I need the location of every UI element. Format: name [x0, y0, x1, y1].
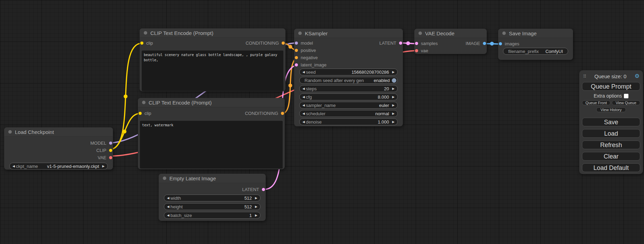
decrement-arrow-icon[interactable]: ◀: [300, 104, 306, 107]
node-ksampler[interactable]: KSampler model positive negative latent_…: [294, 29, 403, 126]
sampler-name-widget[interactable]: ◀ sampler_name euler ▶: [299, 102, 398, 109]
link-dot[interactable]: [124, 94, 127, 98]
width-widget[interactable]: ◀ width 512 ▶: [164, 195, 261, 201]
clear-button[interactable]: Clear: [582, 152, 640, 161]
image-output-port[interactable]: [483, 42, 486, 45]
node-title-bar[interactable]: CLIP Text Encode (Prompt): [138, 98, 285, 107]
gear-icon[interactable]: ⚙: [635, 73, 639, 79]
decrement-arrow-icon[interactable]: ◀: [300, 96, 306, 99]
clip-input-port[interactable]: [140, 42, 143, 45]
input-label: latent_image: [301, 62, 326, 67]
increment-arrow-icon[interactable]: ▶: [391, 112, 397, 115]
decrement-arrow-icon[interactable]: ◀: [300, 112, 306, 115]
decrement-arrow-icon[interactable]: ◀: [164, 214, 170, 217]
output-row-latent: LATENT: [159, 186, 266, 193]
link-dot[interactable]: [289, 84, 292, 88]
decrement-arrow-icon[interactable]: ◀: [300, 120, 306, 124]
save-button[interactable]: Save: [582, 118, 640, 126]
decrement-arrow-icon[interactable]: ◀: [164, 205, 170, 208]
node-status-dot[interactable]: [418, 31, 422, 35]
conditioning-output-port[interactable]: [281, 112, 284, 115]
node-title-bar[interactable]: Empty Latent Image: [159, 174, 266, 183]
link-dot[interactable]: [490, 42, 494, 46]
random-seed-widget[interactable]: Random seed after every gen enabled: [299, 77, 398, 84]
link-dot[interactable]: [289, 45, 292, 49]
increment-arrow-icon[interactable]: ▶: [391, 87, 397, 90]
node-status-dot[interactable]: [144, 31, 147, 35]
latent-image-input-port[interactable]: [295, 63, 298, 66]
node-status-dot[interactable]: [163, 177, 166, 180]
node-status-dot[interactable]: [298, 31, 302, 35]
decrement-arrow-icon[interactable]: ◀: [10, 165, 16, 168]
positive-prompt-textarea[interactable]: beautiful scenery nature glass bottle la…: [142, 51, 283, 91]
node-load-checkpoint[interactable]: Load Checkpoint MODEL CLIP VAE ◀ ckpt_na…: [4, 127, 113, 170]
positive-input-port[interactable]: [295, 49, 298, 52]
output-row-image: IMAGE: [466, 40, 486, 47]
decrement-arrow-icon[interactable]: ◀: [300, 71, 306, 74]
node-clip-text-encode-positive[interactable]: CLIP Text Encode (Prompt) clip CONDITION…: [140, 28, 285, 91]
input-label: vae: [421, 48, 428, 53]
view-queue-button[interactable]: View Queue: [612, 100, 640, 105]
increment-arrow-icon[interactable]: ▶: [254, 197, 260, 200]
node-status-dot[interactable]: [8, 130, 12, 134]
increment-arrow-icon[interactable]: ▶: [391, 71, 397, 74]
scheduler-widget[interactable]: ◀ scheduler normal ▶: [299, 110, 398, 117]
output-label: CONDITIONING: [246, 40, 279, 46]
increment-arrow-icon[interactable]: ▶: [391, 96, 397, 99]
negative-prompt-textarea[interactable]: text, watermark: [140, 121, 283, 169]
samples-input-port[interactable]: [415, 42, 418, 45]
batch-size-widget[interactable]: ◀ batch_size 1 ▶: [164, 212, 261, 219]
node-title-bar[interactable]: VAE Decode: [414, 29, 487, 38]
height-widget[interactable]: ◀ height 512 ▶: [164, 203, 261, 210]
decrement-arrow-icon[interactable]: ◀: [300, 87, 306, 90]
conditioning-output-port[interactable]: [282, 42, 285, 45]
images-input-port[interactable]: [499, 42, 502, 45]
model-input-port[interactable]: [295, 42, 298, 45]
queue-front-button[interactable]: Queue Front: [582, 100, 610, 105]
clip-input-port[interactable]: [139, 112, 142, 115]
view-history-button[interactable]: View History: [596, 107, 626, 112]
extra-options-checkbox[interactable]: [624, 94, 628, 98]
decrement-arrow-icon[interactable]: ◀: [164, 197, 170, 200]
node-save-image[interactable]: Save Image images filename_prefix ComfyU…: [498, 29, 573, 60]
drag-handle-icon[interactable]: ⠿: [583, 74, 586, 79]
seed-widget[interactable]: ◀ seed 156680208700286 ▶: [299, 69, 398, 75]
node-clip-text-encode-negative[interactable]: CLIP Text Encode (Prompt) clip CONDITION…: [138, 98, 285, 169]
increment-arrow-icon[interactable]: ▶: [254, 214, 260, 217]
latent-output-port[interactable]: [262, 188, 265, 191]
denoise-widget[interactable]: ◀ denoise 1.000 ▶: [299, 118, 398, 125]
negative-input-port[interactable]: [295, 56, 298, 59]
widget-value: normal: [375, 111, 389, 116]
node-empty-latent-image[interactable]: Empty Latent Image LATENT ◀ width 512 ▶ …: [159, 174, 266, 221]
vae-output-port[interactable]: [109, 156, 112, 159]
cfg-widget[interactable]: ◀ cfg 8.000 ▶: [299, 93, 398, 100]
vae-input-port[interactable]: [415, 49, 418, 52]
load-default-button[interactable]: Load Default: [582, 163, 640, 172]
increment-arrow-icon[interactable]: ▶: [101, 165, 107, 168]
node-status-dot[interactable]: [142, 101, 145, 104]
widget-value: 512: [244, 204, 252, 209]
node-status-dot[interactable]: [502, 31, 506, 35]
queue-prompt-button[interactable]: Queue Prompt: [582, 82, 640, 91]
link-dot[interactable]: [406, 42, 410, 45]
link-dot[interactable]: [123, 130, 126, 134]
load-button[interactable]: Load: [582, 129, 640, 138]
latent-output-port[interactable]: [399, 42, 402, 45]
increment-arrow-icon[interactable]: ▶: [254, 205, 260, 208]
refresh-button[interactable]: Refresh: [582, 141, 640, 149]
steps-widget[interactable]: ◀ steps 20 ▶: [299, 85, 398, 92]
node-title-bar[interactable]: CLIP Text Encode (Prompt): [140, 28, 285, 38]
toggle-icon[interactable]: [392, 78, 396, 83]
increment-arrow-icon[interactable]: ▶: [391, 104, 397, 107]
filename-prefix-widget[interactable]: filename_prefix ComfyUI: [503, 48, 568, 55]
widget-value: v1-5-pruned-emaonly.ckpt: [47, 164, 99, 169]
clip-output-port[interactable]: [109, 149, 112, 152]
node-title-bar[interactable]: KSampler: [294, 29, 403, 38]
node-title-bar[interactable]: Save Image: [498, 29, 573, 38]
node-title-bar[interactable]: Load Checkpoint: [4, 127, 113, 137]
node-vae-decode[interactable]: VAE Decode samples IMAGE vae: [414, 29, 487, 54]
increment-arrow-icon[interactable]: ▶: [391, 120, 397, 124]
widget-label: sampler_name: [306, 103, 336, 108]
ckpt-name-widget[interactable]: ◀ ckpt_name v1-5-pruned-emaonly.ckpt ▶: [9, 163, 108, 170]
model-output-port[interactable]: [109, 142, 112, 145]
